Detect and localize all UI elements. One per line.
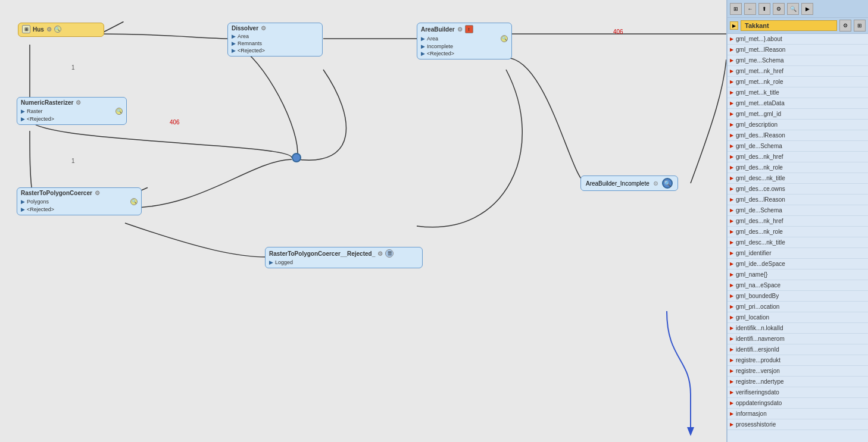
panel-item-arrow-icon: ▶ [730, 36, 733, 42]
area-builder-area-search-icon[interactable]: 🔍 [501, 35, 508, 42]
panel-item-arrow-icon: ▶ [730, 347, 733, 352]
panel-list-item[interactable]: ▶identifi...navnerom [728, 334, 868, 344]
panel-item-arrow-icon: ▶ [730, 379, 733, 384]
panel-list-item[interactable]: ▶prosesshistorie [728, 419, 868, 430]
panel-toolbar-btn-2[interactable]: ← [744, 3, 756, 15]
panel-list-item[interactable]: ▶oppdateringsdato [728, 398, 868, 409]
node-area-builder-incomplete[interactable]: AreaBuilder_Incomplete ⚙ 🔍 [580, 175, 678, 191]
panel-list-item[interactable]: ▶gml_met...etaData [728, 98, 868, 109]
panel-list-item[interactable]: ▶gml_des...ce.owns [728, 184, 868, 195]
polygons-search-icon[interactable]: 🔍 [130, 198, 138, 205]
panel-item-arrow-icon: ▶ [730, 47, 733, 52]
panel-list-item[interactable]: ▶registre...versjon [728, 366, 868, 377]
panel-list-item[interactable]: ▶registre...ndertype [728, 377, 868, 387]
dissolver-port-rejected: ▶ <Rejected> [232, 47, 319, 54]
panel-list-item[interactable]: ▶gml_location [728, 312, 868, 323]
panel-item-arrow-icon: ▶ [730, 68, 733, 74]
hus-table-icon: ⊞ [22, 25, 30, 33]
panel-list-item[interactable]: ▶gml_met...gml_id [728, 109, 868, 120]
area-builder-incomplete-title: AreaBuilder_Incomplete [586, 180, 650, 187]
area-builder-incomplete-search-icon[interactable]: 🔍 [662, 178, 673, 189]
panel-toolbar-btn-1[interactable]: ⊞ [730, 3, 742, 15]
panel-toolbar-btn-5[interactable]: 🔍 [787, 3, 799, 15]
panel-item-arrow-icon: ▶ [730, 154, 733, 159]
panel-list-item[interactable]: ▶gml_met...k_title [728, 87, 868, 98]
panel-item-arrow-icon: ▶ [730, 325, 733, 331]
panel-list-item[interactable]: ▶gml_description [728, 120, 868, 130]
area-builder-gear-icon[interactable]: ⚙ [457, 26, 463, 33]
panel-list-item[interactable]: ▶identifi...ersjonId [728, 344, 868, 355]
right-panel: ⊞ ← ⬆ ⚙ 🔍 ▶ ▶ Takkant ⚙ ⊞ ▶gml_met...}.a… [726, 0, 868, 442]
panel-item-arrow-icon: ▶ [730, 411, 733, 416]
panel-list-item[interactable]: ▶gml_identifier [728, 248, 868, 259]
panel-list-item[interactable]: ▶informasjon [728, 409, 868, 419]
panel-list-item[interactable]: ▶registre...produkt [728, 355, 868, 366]
raster-rejected-list-icon[interactable]: ☰ [385, 249, 394, 258]
panel-list-item[interactable]: ▶gml_pri...ocation [728, 302, 868, 312]
panel-toolbar-btn-4[interactable]: ⚙ [773, 3, 785, 15]
area-builder-port-area: ▶ Area 🔍 [421, 35, 508, 43]
panel-list-item[interactable]: ▶gml_des...lReason [728, 130, 868, 141]
node-raster-rejected[interactable]: RasterToPolygonCoercer__Rejected_ ⚙ ☰ ▶ … [265, 247, 423, 268]
panel-toolbar-btn-6[interactable]: ▶ [801, 3, 813, 15]
dissolver-gear-icon[interactable]: ⚙ [261, 25, 266, 32]
panel-settings-icon[interactable]: ⚙ [839, 20, 851, 32]
node-area-builder[interactable]: AreaBuilder ⚙ ! ▶ Area 🔍 ▶ Incomplete ▶ … [417, 23, 512, 59]
panel-list-item[interactable]: ▶gml_des...lReason [728, 195, 868, 205]
node-hus[interactable]: ⊞ Hus ⚙ 🔍 [18, 23, 104, 37]
panel-item-arrow-icon: ▶ [730, 101, 733, 106]
panel-list-item[interactable]: ▶gml_des...nk_role [728, 162, 868, 173]
panel-list-item[interactable]: ▶gml_desc...nk_title [728, 237, 868, 248]
blue-annotation-arrow [661, 311, 708, 442]
right-panel-list: ▶gml_met...}.about▶gml_met...lReason▶gml… [728, 34, 868, 442]
panel-item-arrow-icon: ▶ [730, 58, 733, 63]
raster-search-icon[interactable]: 🔍 [115, 108, 123, 115]
panel-list-item[interactable]: ▶gml_me...Schema [728, 55, 868, 66]
panel-item-arrow-icon: ▶ [730, 133, 733, 138]
panel-list-item[interactable]: ▶identifik...n.lokalId [728, 323, 868, 334]
panel-item-arrow-icon: ▶ [730, 79, 733, 84]
raster-rejected-gear-icon[interactable]: ⚙ [377, 250, 383, 257]
panel-title-icon: ▶ [730, 21, 738, 30]
panel-item-arrow-icon: ▶ [730, 315, 733, 320]
panel-list-item[interactable]: ▶gml_met...lReason [728, 45, 868, 55]
panel-grid-icon[interactable]: ⊞ [854, 20, 866, 32]
hus-gear-icon[interactable]: ⚙ [46, 26, 52, 33]
panel-list-item[interactable]: ▶gml_name{} [728, 269, 868, 280]
raster-to-polygon-gear-icon[interactable]: ⚙ [95, 190, 100, 196]
raster-to-polygon-port-rejected: ▶ <Rejected> [21, 206, 138, 213]
raster-rejected-title: RasterToPolygonCoercer__Rejected_ [269, 250, 375, 257]
numeric-rasterizer-gear-icon[interactable]: ⚙ [76, 99, 81, 106]
node-dissolver[interactable]: Dissolver ⚙ ▶ Area ▶ Remnants ▶ <Rejecte… [227, 23, 323, 57]
hus-search-icon[interactable]: 🔍 [54, 26, 61, 33]
panel-list-item[interactable]: ▶gml_boundedBy [728, 291, 868, 302]
numeric-rasterizer-title: NumericRasterizer [21, 99, 73, 106]
panel-list-item[interactable]: ▶gml_des...nk_href [728, 216, 868, 227]
node-numeric-rasterizer[interactable]: NumericRasterizer ⚙ ▶ Raster 🔍 ▶ <Reject… [17, 97, 127, 125]
panel-list-item[interactable]: ▶gml_na...eSpace [728, 280, 868, 291]
node-raster-to-polygon[interactable]: RasterToPolygonCoercer ⚙ ▶ Polygons 🔍 ▶ … [17, 187, 142, 215]
panel-list-item[interactable]: ▶gml_desc...nk_title [728, 173, 868, 184]
area-builder-incomplete-gear-icon[interactable]: ⚙ [653, 180, 658, 187]
svg-marker-0 [687, 427, 694, 436]
panel-item-arrow-icon: ▶ [730, 208, 733, 213]
panel-toolbar-btn-3[interactable]: ⬆ [758, 3, 770, 15]
canvas[interactable]: 406 406 1 1 ⊞ Hus ⚙ 🔍 NumericRasterizer … [0, 0, 726, 442]
panel-item-arrow-icon: ▶ [730, 358, 733, 363]
dissolver-port-remnants: ▶ Remnants [232, 40, 319, 47]
numeric-rasterizer-port-rejected: ▶ <Rejected> [21, 115, 123, 123]
panel-list-item[interactable]: ▶gml_de...Schema [728, 141, 868, 152]
panel-list-item[interactable]: ▶gml_de...Schema [728, 205, 868, 216]
panel-list-item[interactable]: ▶gml_met...nk_href [728, 66, 868, 77]
label-406-main: 406 [613, 29, 623, 35]
panel-list-item[interactable]: ▶gml_met...nk_role [728, 77, 868, 87]
panel-item-arrow-icon: ▶ [730, 111, 733, 117]
panel-list-item[interactable]: ▶verifiseringsdato [728, 387, 868, 398]
panel-title[interactable]: Takkant [741, 20, 837, 31]
connections-svg [0, 0, 726, 442]
panel-list-item[interactable]: ▶gml_des...nk_role [728, 227, 868, 237]
panel-list-item[interactable]: ▶gml_met...}.about [728, 34, 868, 45]
panel-list-item[interactable]: ▶gml_ide...deSpace [728, 259, 868, 269]
panel-list-item[interactable]: ▶gml_des...nk_href [728, 152, 868, 162]
panel-item-arrow-icon: ▶ [730, 261, 733, 267]
